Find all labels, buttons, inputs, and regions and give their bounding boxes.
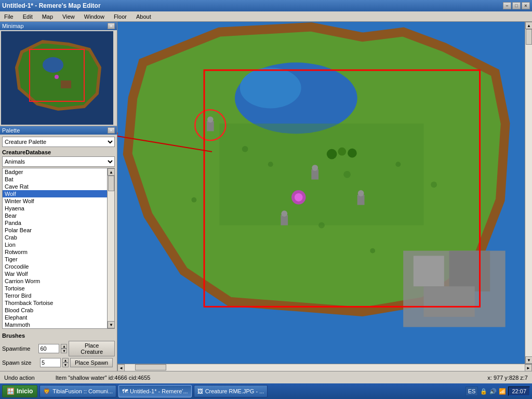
language-indicator: ES xyxy=(466,387,478,396)
map-scroll-right-button[interactable]: ► xyxy=(525,364,532,371)
palette-type-dropdown[interactable]: Creature Palette xyxy=(2,137,115,147)
menu-floor[interactable]: Floor xyxy=(112,13,129,20)
creature-item-hyaena[interactable]: Hyaena xyxy=(3,205,107,212)
svg-point-26 xyxy=(327,149,337,159)
svg-point-18 xyxy=(242,146,248,152)
animals-category-dropdown[interactable]: Animals xyxy=(2,156,115,167)
tibiafusion-icon: 🦁 xyxy=(43,388,50,395)
creature-item-lion[interactable]: Lion xyxy=(3,241,107,248)
remere-icon: 🗺 xyxy=(122,388,128,394)
map-scroll-up-button[interactable]: ▲ xyxy=(525,22,532,29)
creature-item-warwolf[interactable]: War Wolf xyxy=(3,270,107,277)
system-tray-icon2: 🔊 xyxy=(489,388,497,395)
map-canvas[interactable] xyxy=(117,22,525,364)
creature-item-winterwolf[interactable]: Winter Wolf xyxy=(3,197,107,205)
creature-item-polarbear[interactable]: Polar Bear xyxy=(3,227,107,234)
taskbar-item-tibiafusion[interactable]: 🦁 TibiaFusion :: Comuni... xyxy=(39,385,116,397)
spawntime-down[interactable]: ▼ xyxy=(61,349,67,353)
spawnsize-row: Spawn size ▲ ▼ Place Spawn xyxy=(2,358,115,367)
map-scroll-thumb-h[interactable] xyxy=(135,364,166,370)
menu-edit[interactable]: Edit xyxy=(21,13,35,20)
creature-item-elephant[interactable]: Elephant xyxy=(3,314,107,321)
svg-point-34 xyxy=(281,210,287,217)
creature-item-thornbacktortoise[interactable]: Thornback Tortoise xyxy=(3,299,107,307)
svg-point-12 xyxy=(240,68,301,108)
scroll-down-button[interactable]: ▼ xyxy=(108,321,115,328)
minimap-close-button[interactable]: × xyxy=(108,23,115,29)
scroll-track xyxy=(108,176,114,321)
maximize-button[interactable]: □ xyxy=(512,2,521,9)
undo-action-label: Undo action xyxy=(4,375,35,381)
system-clock: 22:07 xyxy=(508,387,530,396)
palette-section: Palette × Creature Palette CreatureDatab… xyxy=(0,126,117,330)
close-button[interactable]: × xyxy=(522,2,530,9)
map-scroll-thumb-v[interactable] xyxy=(526,29,532,45)
spawntime-row: Spawntime ▲ ▼ Place Creature xyxy=(2,341,115,356)
minimize-button[interactable]: − xyxy=(503,2,511,9)
spawntime-spinner: ▲ ▼ xyxy=(61,344,67,353)
menu-file[interactable]: File xyxy=(2,13,16,20)
map-scroll-down-button[interactable]: ▼ xyxy=(525,356,532,364)
creature-item-carrionworm[interactable]: Carrion Worm xyxy=(3,277,107,285)
tibiafusion-label: TibiaFusion :: Comuni... xyxy=(52,388,113,394)
creature-item-bear[interactable]: Bear xyxy=(3,212,107,219)
scroll-up-button[interactable]: ▲ xyxy=(108,168,115,176)
creature-jpg-label: Creature RME.JPG - ... xyxy=(205,388,264,394)
creature-list: Badger Bat Cave Rat Wolf Winter Wolf Hya… xyxy=(3,168,107,328)
svg-rect-13 xyxy=(219,124,423,225)
spawntime-input[interactable] xyxy=(38,344,59,353)
taskbar-item-creature-jpg[interactable]: 🖼 Creature RME.JPG - ... xyxy=(194,385,268,397)
item-info-label: Item "shallow water" id:4666 cid:4655 xyxy=(56,375,467,381)
coords-label: x: 977 y:828 z:7 xyxy=(487,375,528,381)
menu-about[interactable]: About xyxy=(134,13,153,20)
creature-item-crab[interactable]: Crab xyxy=(3,234,107,241)
svg-point-20 xyxy=(343,171,351,178)
creature-item-caverat[interactable]: Cave Rat xyxy=(3,183,107,190)
svg-point-25 xyxy=(370,248,375,254)
creature-list-container: Badger Bat Cave Rat Wolf Winter Wolf Hya… xyxy=(2,168,115,329)
animals-dropdown-row: Animals xyxy=(2,156,115,167)
svg-point-21 xyxy=(395,162,401,167)
creature-item-tiger[interactable]: Tiger xyxy=(3,256,107,263)
svg-point-27 xyxy=(338,148,346,156)
place-spawn-button[interactable]: Place Spawn xyxy=(70,358,113,367)
svg-point-23 xyxy=(191,197,196,203)
creature-item-terrorbird[interactable]: Terror Bird xyxy=(3,292,107,299)
svg-point-32 xyxy=(312,165,318,171)
creature-item-crocodile[interactable]: Crocodile xyxy=(3,263,107,270)
creature-list-scrollbar[interactable]: ▲ ▼ xyxy=(107,168,114,328)
creature-item-bloodcrab[interactable]: Blood Crab xyxy=(3,307,107,314)
map-area[interactable]: ▲ ▼ ◄ ► xyxy=(117,22,532,371)
spawnsize-down[interactable]: ▼ xyxy=(62,363,69,367)
svg-point-3 xyxy=(43,57,63,73)
menu-map[interactable]: Map xyxy=(40,13,55,20)
creature-item-wolf[interactable]: Wolf xyxy=(3,190,107,197)
left-panel: Minimap × xyxy=(0,22,117,371)
spawnsize-input[interactable] xyxy=(40,358,61,367)
map-scrollbar-vertical[interactable]: ▲ ▼ xyxy=(525,22,532,364)
minimap-section: Minimap × xyxy=(0,22,117,126)
spawntime-up[interactable]: ▲ xyxy=(61,344,67,349)
creature-item-rotworm[interactable]: Rotworm xyxy=(3,248,107,256)
map-scrollbar-horizontal[interactable]: ◄ ► xyxy=(117,364,532,371)
map-scroll-left-button[interactable]: ◄ xyxy=(117,364,125,371)
creature-item-mammoth[interactable]: Mammoth xyxy=(3,321,107,328)
taskbar-item-remere[interactable]: 🗺 Untitled-1* - Remere'... xyxy=(118,385,192,397)
creature-item-tortoise[interactable]: Tortoise xyxy=(3,285,107,292)
start-button[interactable]: 🪟 Inicio xyxy=(2,385,37,397)
place-creature-button[interactable]: Place Creature xyxy=(69,341,115,356)
menu-view[interactable]: View xyxy=(60,13,77,20)
menu-window[interactable]: Window xyxy=(82,13,107,20)
map-scroll-track-h xyxy=(125,364,525,371)
creature-item-badger[interactable]: Badger xyxy=(3,168,107,176)
start-icon: 🪟 xyxy=(7,388,15,395)
creature-item-panda[interactable]: Panda xyxy=(3,219,107,227)
brushes-label: Brushes xyxy=(2,332,115,339)
scroll-thumb[interactable] xyxy=(108,176,114,191)
status-bar: Undo action Item "shallow water" id:4666… xyxy=(0,371,532,383)
palette-close-button[interactable]: × xyxy=(108,127,115,134)
creature-jpg-icon: 🖼 xyxy=(197,388,203,394)
creature-item-bat[interactable]: Bat xyxy=(3,176,107,183)
map-scroll-track-v xyxy=(525,29,532,356)
spawnsize-up[interactable]: ▲ xyxy=(62,358,69,363)
